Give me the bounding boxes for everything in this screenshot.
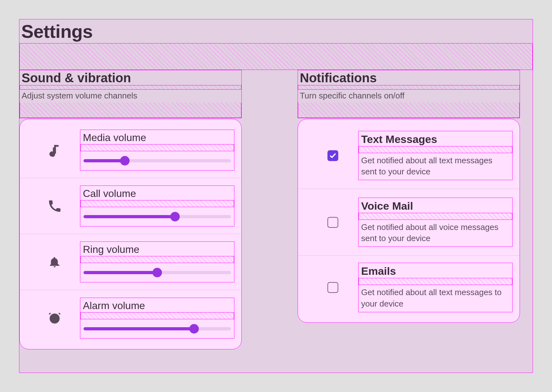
music-note-icon — [29, 143, 80, 157]
voice-mail-title: Voice Mail — [359, 198, 512, 213]
layout-gap — [359, 278, 512, 285]
alarm-clock-icon — [29, 311, 80, 325]
media-volume-body: Media volume — [80, 130, 234, 171]
layout-gap — [298, 103, 520, 118]
emails-title: Emails — [359, 263, 512, 278]
call-volume-body: Call volume — [80, 186, 234, 226]
emails-checkbox[interactable] — [327, 282, 338, 293]
call-volume-slider[interactable] — [84, 210, 231, 223]
columns: Sound & vibration Adjust system volume c… — [19, 70, 533, 349]
notifications-section-title: Notifications — [298, 70, 520, 85]
ring-volume-body: Ring volume — [80, 241, 234, 282]
page-title: Settings — [21, 21, 531, 42]
layout-gap — [80, 256, 234, 263]
voice-mail-body: Voice Mail Get notified about all voice … — [358, 198, 513, 247]
layout-gap — [359, 213, 512, 220]
text-messages-body: Text Messages Get notified about all tex… — [358, 131, 513, 180]
layout-gap — [20, 103, 241, 118]
text-messages-checkbox[interactable] — [327, 150, 338, 161]
call-volume-row: Call volume — [20, 178, 241, 234]
ring-volume-label: Ring volume — [80, 242, 234, 256]
ring-volume-row: Ring volume — [20, 234, 241, 290]
text-messages-title: Text Messages — [359, 131, 512, 146]
voice-mail-checkbox[interactable] — [327, 217, 338, 228]
call-volume-label: Call volume — [80, 186, 234, 200]
layout-gap — [80, 200, 234, 207]
media-volume-label: Media volume — [80, 130, 234, 144]
ring-volume-slider[interactable] — [84, 266, 231, 279]
emails-row[interactable]: Emails Get notified about all text messa… — [298, 256, 520, 319]
layout-gap — [20, 85, 241, 90]
sound-card: Media volume — [19, 119, 242, 349]
sound-section-title: Sound & vibration — [20, 70, 241, 85]
notifications-section: Notifications Turn specific channels on/… — [298, 70, 520, 323]
bell-icon — [29, 256, 80, 268]
sound-section-header: Sound & vibration Adjust system volume c… — [19, 70, 242, 118]
sound-section-subtitle: Adjust system volume channels — [20, 90, 241, 103]
text-messages-row[interactable]: Text Messages Get notified about all tex… — [298, 122, 520, 189]
layout-gap — [80, 312, 234, 319]
alarm-volume-row: Alarm volume — [20, 290, 241, 346]
media-volume-slider[interactable] — [84, 154, 231, 167]
notifications-section-subtitle: Turn specific channels on/off — [298, 90, 520, 103]
alarm-volume-body: Alarm volume — [80, 298, 234, 339]
voice-mail-row[interactable]: Voice Mail Get notified about all voice … — [298, 189, 520, 256]
sound-section: Sound & vibration Adjust system volume c… — [19, 70, 242, 349]
settings-page: Settings Sound & vibration Adjust system… — [19, 19, 533, 373]
layout-gap — [298, 85, 520, 90]
layout-gap — [80, 144, 234, 151]
layout-gap — [359, 146, 512, 153]
phone-icon — [29, 200, 80, 213]
media-volume-row: Media volume — [20, 122, 241, 178]
voice-mail-subtitle: Get notified about all voice messages se… — [359, 220, 512, 247]
emails-body: Emails Get notified about all text messa… — [358, 263, 513, 312]
notifications-section-header: Notifications Turn specific channels on/… — [298, 70, 520, 118]
alarm-volume-label: Alarm volume — [80, 298, 234, 312]
text-messages-subtitle: Get notified about all text messages sen… — [359, 153, 512, 180]
notifications-card: Text Messages Get notified about all tex… — [298, 119, 520, 323]
layout-gap — [19, 43, 533, 70]
alarm-volume-slider[interactable] — [84, 322, 231, 335]
emails-subtitle: Get notified about all text messages to … — [359, 285, 512, 312]
